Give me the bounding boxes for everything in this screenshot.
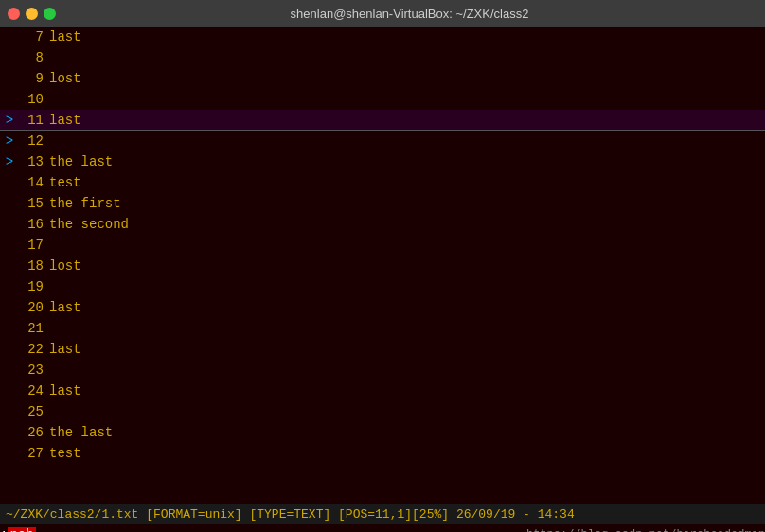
statusbar-text: ~/ZXK/class2/1.txt [FORMAT=unix] [TYPE=T… [6,507,575,522]
line-number: 26 [19,425,49,440]
statusbar: ~/ZXK/class2/1.txt [FORMAT=unix] [TYPE=T… [0,504,765,524]
line-number: 8 [19,50,49,65]
table-row: 14test [0,172,765,193]
line-content: lost [49,258,81,274]
window-title: shenlan@shenlan-VirtualBox: ~/ZXK/class2 [62,7,757,21]
table-row: >11last [0,110,765,131]
cmd-prefix: : [0,527,8,532]
close-button[interactable] [8,8,20,20]
line-number: 11 [19,113,49,128]
table-row: 9lost [0,68,765,89]
minimize-button[interactable] [26,8,38,20]
line-number: 27 [19,446,49,461]
line-content: the last [49,154,113,169]
line-marker: > [0,133,19,149]
table-row: 25 [0,401,765,422]
terminal-area: 7last89lost10>11last>12>13the last14test… [0,27,765,504]
cmd-highlighted-text: noh [8,527,35,532]
line-number: 15 [19,196,49,211]
table-row: 15the first [0,193,765,214]
line-number: 12 [19,133,49,149]
line-number: 17 [19,238,49,253]
table-row: 17 [0,235,765,256]
line-number: 7 [19,29,49,44]
table-row: 23 [0,360,765,381]
line-content: last [49,342,81,357]
line-number: 22 [19,342,49,357]
line-content: lost [49,71,81,86]
table-row: 20last [0,297,765,318]
line-number: 25 [19,404,49,419]
table-row: 10 [0,89,765,110]
line-number: 23 [19,363,49,378]
line-number: 21 [19,321,49,336]
table-row: 8 [0,47,765,68]
line-content: the last [49,425,113,440]
table-row: 26the last [0,422,765,443]
line-number: 18 [19,258,49,274]
line-number: 20 [19,300,49,315]
table-row: >12 [0,131,765,151]
maximize-button[interactable] [44,8,56,20]
line-content: last [49,113,81,128]
table-row: 7last [0,27,765,47]
line-content: the first [49,196,121,211]
line-content: last [49,383,81,399]
line-marker: > [0,154,19,169]
table-row: 21 [0,318,765,339]
table-row: 16the second [0,214,765,235]
line-marker: > [0,113,19,128]
table-row: 22last [0,339,765,360]
table-row: >13the last [0,151,765,172]
line-number: 10 [19,92,49,107]
cmdbar: : noh https://blog.csdn.net/bareheadedma… [0,524,765,532]
line-content: the second [49,217,129,232]
line-content: last [49,29,81,44]
table-row: 24last [0,381,765,401]
line-content: test [49,446,81,461]
table-row: 18lost [0,256,765,276]
titlebar: shenlan@shenlan-VirtualBox: ~/ZXK/class2 [0,0,765,27]
line-content: test [49,175,81,190]
table-row: 27test [0,443,765,464]
line-number: 19 [19,279,49,294]
line-number: 14 [19,175,49,190]
table-row: 19 [0,276,765,297]
line-number: 13 [19,154,49,169]
line-number: 9 [19,71,49,86]
website-url: https://blog.csdn.net/bareheadedman [526,528,765,532]
line-number: 16 [19,217,49,232]
line-content: last [49,300,81,315]
line-number: 24 [19,383,49,399]
